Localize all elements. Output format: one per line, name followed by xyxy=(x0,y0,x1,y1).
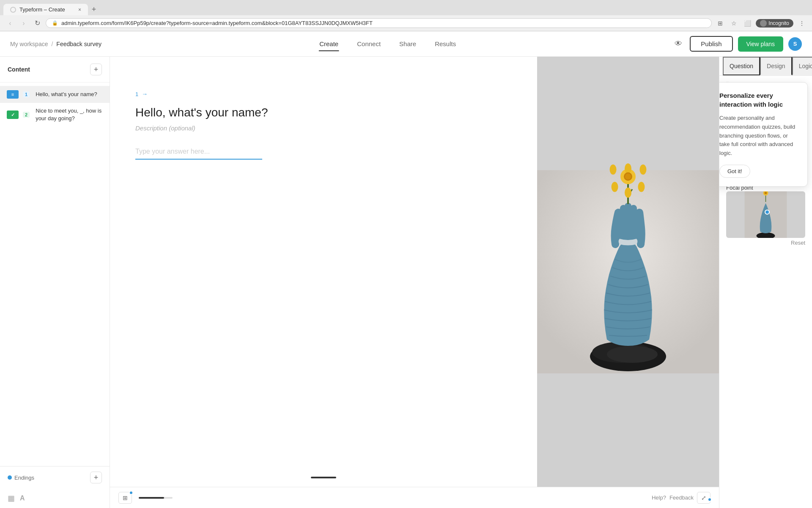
question-label: 1 → xyxy=(135,91,148,97)
question-arrow: → xyxy=(142,91,148,97)
nav-create[interactable]: Create xyxy=(312,37,346,51)
sidebar-bottom: ▦ A xyxy=(0,489,110,508)
workspace-link[interactable]: My workspace xyxy=(10,41,48,47)
lock-icon: 🔒 xyxy=(52,20,58,26)
scroll-indicator xyxy=(311,477,336,478)
panel-section-focal: Focal point Reset xyxy=(726,184,805,238)
add-question-button[interactable]: + xyxy=(90,64,102,75)
expand-dot xyxy=(708,497,712,502)
back-button[interactable]: ‹ xyxy=(5,18,15,28)
header-nav: Create Connect Share Results xyxy=(103,37,672,51)
chart-icon[interactable]: ▦ xyxy=(8,494,15,503)
sidebar-item-1[interactable]: ≡ 1 1 Hello, what's your name? xyxy=(0,86,110,103)
svg-point-4 xyxy=(607,346,658,363)
tab-spinner xyxy=(10,7,16,13)
sidebar-item-2[interactable]: ✓ 2 Nice to meet you, _, how is your day… xyxy=(0,103,110,127)
form-preview: 1 → Hello, what's your name? Description… xyxy=(110,57,537,487)
preview-button[interactable]: 👁 xyxy=(672,37,685,51)
tab-logic[interactable]: Logic xyxy=(792,57,812,75)
sidebar-footer: Endings + xyxy=(0,466,110,489)
menu-button[interactable]: ⋮ xyxy=(797,18,807,28)
question-description[interactable]: Description (optional) xyxy=(135,124,195,132)
svg-point-12 xyxy=(612,182,618,192)
scroll-thumb[interactable] xyxy=(139,497,164,499)
help-link[interactable]: Help? xyxy=(652,494,666,501)
right-panel: Question Design Logic ⚙ Personalize ever… xyxy=(719,57,812,508)
forward-button[interactable]: › xyxy=(19,18,29,28)
new-tab-button[interactable]: + xyxy=(88,3,100,15)
tab-title: Typeform – Create xyxy=(19,6,65,13)
publish-button[interactable]: Publish xyxy=(690,36,732,52)
view-plans-button[interactable]: View plans xyxy=(738,36,783,52)
sidebar: Content + ≡ 1 1 Hello, what's your name?… xyxy=(0,57,110,508)
svg-point-11 xyxy=(625,188,631,198)
browser-chrome: Typeform – Create × + ‹ › ↻ 🔒 admin.type… xyxy=(0,0,812,31)
survey-name: Feedback survey xyxy=(56,41,102,47)
item-icon-symbol-1: ≡ xyxy=(11,92,14,97)
nav-results[interactable]: Results xyxy=(427,37,464,51)
breadcrumb-separator: / xyxy=(51,41,53,47)
canvas-area: 1 → Hello, what's your name? Description… xyxy=(110,57,719,508)
image-panel xyxy=(537,57,719,487)
item-icon-1: ≡ 1 xyxy=(7,90,19,99)
svg-point-15 xyxy=(625,174,631,179)
toggle-panel-button[interactable]: ⊞ xyxy=(118,492,132,504)
tooltip-title: Personalize every interaction with logic xyxy=(719,91,799,109)
question-title[interactable]: Hello, what's your name? xyxy=(135,106,268,119)
canvas-container: 1 → Hello, what's your name? Description… xyxy=(110,57,719,487)
bottom-left: ⊞ xyxy=(118,492,173,504)
endings-header: Endings + xyxy=(8,472,102,483)
answer-input[interactable] xyxy=(135,144,262,160)
tab-question[interactable]: Question xyxy=(723,57,760,75)
add-ending-button[interactable]: + xyxy=(90,472,102,483)
question-number: 1 xyxy=(135,91,138,97)
canvas-bottom-bar: ⊞ Help? Feedback ⤢ xyxy=(110,487,719,508)
focal-preview[interactable] xyxy=(726,191,805,238)
focal-point-dot[interactable] xyxy=(765,210,770,215)
address-bar[interactable]: 🔒 admin.typeform.com/form/IK6Pp59p/creat… xyxy=(46,18,712,28)
item-icon-symbol-2: ✓ xyxy=(11,112,15,118)
extensions-button[interactable]: ⊞ xyxy=(715,18,725,28)
feedback-link[interactable]: Feedback xyxy=(669,494,694,501)
cast-button[interactable]: ⬜ xyxy=(742,18,752,28)
bookmark-button[interactable]: ☆ xyxy=(729,18,739,28)
item-icon-2: ✓ xyxy=(7,110,19,119)
item-text-2: Nice to meet you, _, how is your day goi… xyxy=(36,107,103,122)
logic-tooltip: Personalize every interaction with logic… xyxy=(719,82,808,187)
endings-label: Endings xyxy=(8,475,34,481)
toggle-dot xyxy=(129,491,133,495)
expand-button[interactable]: ⤢ xyxy=(697,492,710,504)
header-actions: 👁 Publish View plans S xyxy=(672,36,802,52)
svg-point-13 xyxy=(610,165,617,175)
main-content: Content + ≡ 1 1 Hello, what's your name?… xyxy=(0,57,812,508)
scroll-track xyxy=(139,497,173,499)
got-it-button[interactable]: Got it! xyxy=(719,165,750,178)
reload-button[interactable]: ↻ xyxy=(32,18,42,28)
svg-point-9 xyxy=(639,165,646,175)
tab-close-icon[interactable]: × xyxy=(78,7,81,13)
incognito-badge: Incognito xyxy=(756,19,793,28)
sidebar-title: Content xyxy=(8,66,30,73)
nav-share[interactable]: Share xyxy=(392,37,424,51)
nav-connect[interactable]: Connect xyxy=(349,37,388,51)
endings-text: Endings xyxy=(14,475,34,481)
artwork-image xyxy=(537,57,719,487)
url-text: admin.typeform.com/form/IK6Pp59p/create?… xyxy=(61,20,373,26)
tab-design[interactable]: Design xyxy=(760,57,792,75)
sidebar-header: Content + xyxy=(0,57,110,83)
svg-point-8 xyxy=(625,163,631,174)
sidebar-items: ≡ 1 1 Hello, what's your name? ✓ 2 Nice … xyxy=(0,83,110,466)
app-header: My workspace / Feedback survey Create Co… xyxy=(0,31,812,57)
breadcrumb: My workspace / Feedback survey xyxy=(10,41,103,47)
tooltip-body: Create personality and recommendation qu… xyxy=(719,114,799,158)
avatar[interactable]: S xyxy=(788,37,802,51)
browser-tab[interactable]: Typeform – Create × xyxy=(3,4,88,15)
endings-dot xyxy=(8,475,12,480)
svg-point-10 xyxy=(638,182,645,192)
svg-point-20 xyxy=(765,192,767,194)
reset-button[interactable]: Reset xyxy=(791,238,805,248)
item-text-1: Hello, what's your name? xyxy=(36,91,97,98)
text-style-icon[interactable]: A xyxy=(20,494,25,502)
incognito-label: Incognito xyxy=(768,20,789,26)
right-panel-tabs: Question Design Logic ⚙ xyxy=(719,57,812,76)
